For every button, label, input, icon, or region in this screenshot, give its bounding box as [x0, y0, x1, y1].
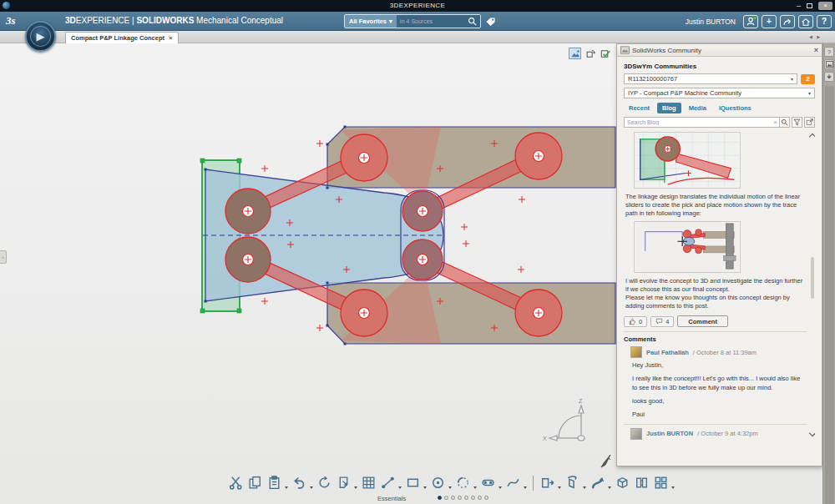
line-icon[interactable]	[379, 474, 397, 491]
dropdown-caret[interactable]	[583, 486, 586, 489]
collapse-icon[interactable]	[824, 72, 834, 82]
export-icon[interactable]	[335, 474, 352, 491]
search-icon[interactable]	[465, 15, 480, 28]
community-id-select[interactable]: R1132100000767 ▾	[624, 73, 797, 84]
scroll-up-icon[interactable]	[810, 134, 815, 141]
notification-badge[interactable]: 2	[801, 74, 815, 84]
undo-icon[interactable]	[291, 474, 308, 491]
tag-icon[interactable]	[484, 17, 496, 27]
home-button[interactable]	[798, 15, 813, 28]
avatar[interactable]	[630, 346, 642, 358]
comment-author-link[interactable]: Justin BURTON	[646, 430, 693, 437]
dropdown-caret[interactable]	[498, 486, 502, 489]
validate-icon[interactable]	[599, 48, 611, 59]
filter-icon[interactable]	[792, 117, 802, 128]
paste-icon[interactable]	[266, 474, 283, 491]
toolbar-separator	[533, 476, 534, 491]
search-icon[interactable]	[779, 117, 790, 128]
page-dot[interactable]	[471, 496, 475, 500]
blog-image-sketch[interactable]	[634, 132, 741, 189]
page-dot[interactable]	[451, 496, 455, 500]
comment-button[interactable]: Comment	[677, 315, 728, 327]
pattern-icon[interactable]	[633, 474, 650, 491]
spline-icon[interactable]	[504, 474, 522, 491]
user-name[interactable]: Justin BURTON	[686, 18, 736, 26]
main-area: Z X › SolidWorks Community × 3DSwYm Comm…	[0, 43, 835, 504]
search-filter-dropdown[interactable]: All Favorites▾	[345, 15, 397, 28]
tab-recent[interactable]: Recent	[624, 103, 655, 113]
arc-icon[interactable]	[454, 474, 472, 491]
dropdown-caret[interactable]	[448, 486, 452, 489]
tab-media[interactable]: Media	[684, 103, 711, 113]
loft-icon[interactable]	[614, 474, 631, 491]
dropdown-caret[interactable]	[558, 486, 561, 489]
panel-close-icon[interactable]: ×	[814, 46, 818, 54]
brand-experience: EXPERIENCE	[76, 16, 129, 25]
tab-iquestions[interactable]: iQuestions	[714, 103, 757, 113]
profile-button[interactable]	[743, 15, 758, 28]
cut-icon[interactable]	[227, 474, 245, 491]
left-panel-expander[interactable]: ›	[0, 250, 7, 264]
compass-menu-button[interactable]: ▶	[25, 21, 56, 52]
view-mode-icon[interactable]	[569, 48, 581, 59]
post-line-2: I will evolve the concept to 3D and inve…	[625, 277, 802, 293]
sweep-icon[interactable]	[589, 474, 606, 491]
tab-close-icon[interactable]: ×	[169, 34, 173, 42]
thumb-up-icon	[629, 318, 636, 325]
dropdown-caret[interactable]	[671, 486, 675, 489]
dropdown-caret[interactable]	[473, 486, 477, 489]
scroll-down-icon[interactable]	[810, 430, 815, 437]
rail-scrollbar[interactable]	[825, 86, 834, 504]
tab-compact-pp-linkage-concept[interactable]: Compact P&P Linkage Concept ×	[65, 32, 179, 43]
blog-image-mechanism[interactable]	[634, 221, 741, 273]
clear-search-icon[interactable]: ×	[773, 118, 777, 126]
panel-body: 3DSwYm Communities R1132100000767 ▾ 2 IY…	[617, 57, 822, 466]
dropdown-caret[interactable]	[524, 486, 527, 489]
comment-item: Justin BURTON / October 9 at 4:32pm OK g…	[624, 428, 807, 442]
page-dot[interactable]	[484, 496, 488, 500]
blog-search-input[interactable]	[624, 117, 780, 128]
dropdown-caret[interactable]	[398, 486, 402, 489]
grid-icon[interactable]	[360, 474, 377, 491]
help-button[interactable]: ?	[817, 15, 832, 28]
dropdown-caret[interactable]	[354, 486, 357, 489]
history-icon[interactable]	[584, 48, 596, 59]
revolve-icon[interactable]	[564, 474, 581, 491]
dropdown-caret[interactable]	[608, 486, 611, 489]
close-button[interactable]: ×	[818, 2, 832, 10]
panel-scrollbar[interactable]	[811, 257, 814, 299]
page-dot[interactable]	[458, 496, 462, 500]
user-cluster: Justin BURTON + ?	[686, 14, 832, 28]
like-button[interactable]: 0	[624, 316, 647, 327]
update-icon[interactable]	[316, 474, 333, 491]
dropdown-caret[interactable]	[423, 486, 427, 489]
expand-view-icon[interactable]	[804, 117, 815, 128]
share-button[interactable]	[780, 15, 795, 28]
copy-icon[interactable]	[246, 474, 264, 491]
slot-icon[interactable]	[479, 474, 497, 491]
community-name-select[interactable]: IYP - Compact P&P Machine Community ▾	[624, 88, 815, 98]
global-search-input[interactable]	[397, 15, 465, 28]
page-dot[interactable]	[438, 496, 442, 500]
dropdown-caret[interactable]	[285, 486, 288, 489]
media-icon[interactable]	[824, 59, 834, 69]
restore-button[interactable]	[807, 3, 812, 8]
minimize-button[interactable]: –	[797, 2, 801, 10]
components-icon[interactable]	[652, 474, 670, 491]
communities-heading: 3DSwYm Communities	[624, 63, 815, 70]
page-dot[interactable]	[478, 496, 482, 500]
comment-timestamp: / October 9 at 4:32pm	[697, 430, 758, 437]
add-content-button[interactable]: +	[762, 15, 777, 28]
comment-author-link[interactable]: Paul Fathallah	[646, 349, 689, 356]
help-icon[interactable]: ?	[824, 47, 834, 57]
page-dot[interactable]	[444, 496, 448, 500]
page-dot[interactable]	[464, 496, 468, 500]
rectangle-icon[interactable]	[404, 474, 422, 491]
circle-icon[interactable]	[429, 474, 447, 491]
dropdown-caret[interactable]	[310, 486, 313, 489]
avatar[interactable]	[630, 428, 642, 440]
tab-scroll-arrows[interactable]: ◀ ▶	[809, 34, 822, 39]
tab-blog[interactable]: Blog	[657, 103, 681, 113]
extrude-icon[interactable]	[539, 474, 556, 491]
comments-count-button[interactable]: 4	[650, 316, 674, 327]
